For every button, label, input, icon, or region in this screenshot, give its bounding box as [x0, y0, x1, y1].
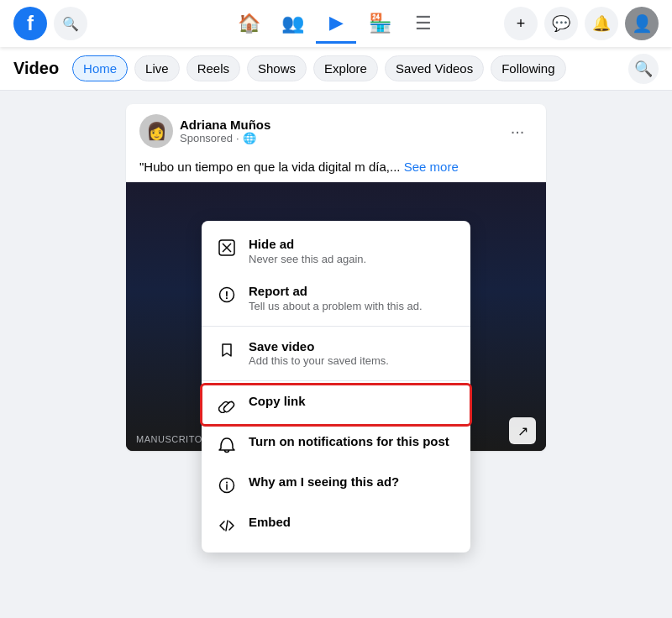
- menu-text-copy-link: Copy link: [249, 393, 457, 410]
- post-user-info: Adriana Muños Sponsored · 🌐: [180, 118, 496, 144]
- video-page-title: Video: [13, 59, 59, 78]
- menu-icon: ☰: [415, 13, 432, 34]
- profile-avatar[interactable]: 👤: [625, 7, 659, 40]
- copy-link-icon: [215, 393, 239, 416]
- menu-item-save-video[interactable]: Save video Add this to your saved items.: [202, 330, 470, 377]
- subnav-search-icon: 🔍: [634, 60, 653, 78]
- video-icon: ▶: [329, 12, 344, 34]
- top-navigation: f 🔍 🏠 👥 ▶ 🏪 ☰ + 💬 🔔: [0, 0, 672, 47]
- post-text: "Hubo un tiempo en que la vida digital m…: [126, 158, 546, 182]
- avatar-icon: 👤: [632, 13, 653, 34]
- search-icon: 🔍: [62, 16, 79, 32]
- post-user-name[interactable]: Adriana Muños: [180, 118, 496, 132]
- menu-item-report-ad[interactable]: ! Report ad Tell us about a problem with…: [202, 275, 470, 322]
- bell-icon: 🔔: [592, 14, 611, 33]
- tab-live[interactable]: Live: [134, 55, 180, 81]
- friends-icon: 👥: [281, 13, 304, 34]
- svg-line-10: [224, 402, 229, 407]
- main-content: 👩 Adriana Muños Sponsored · 🌐 ··· "Hubo …: [0, 91, 672, 464]
- menu-nav-button[interactable]: ☰: [403, 3, 444, 44]
- notification-icon: [215, 433, 239, 457]
- see-more-link[interactable]: See more: [404, 160, 459, 174]
- dropdown-menu: Hide ad Never see this ad again. ! Repor…: [202, 221, 470, 553]
- menu-item-hide-ad[interactable]: Hide ad Never see this ad again.: [202, 228, 470, 275]
- menu-item-embed[interactable]: Embed: [202, 505, 470, 546]
- tab-explore[interactable]: Explore: [313, 55, 378, 81]
- subnav-search-button[interactable]: 🔍: [628, 54, 659, 84]
- menu-item-notifications[interactable]: Turn on notifications for this post: [202, 425, 470, 465]
- messenger-icon: 💬: [552, 14, 570, 33]
- search-button[interactable]: 🔍: [54, 7, 87, 40]
- marketplace-icon: 🏪: [369, 13, 391, 34]
- svg-text:!: !: [225, 289, 228, 301]
- messenger-button[interactable]: 💬: [544, 7, 578, 40]
- menu-item-why-ad[interactable]: Why am I seeing this ad?: [202, 465, 470, 505]
- svg-point-12: [226, 482, 228, 484]
- menu-text-save-video: Save video Add this to your saved items.: [249, 338, 457, 369]
- create-button[interactable]: +: [504, 7, 538, 40]
- notifications-button[interactable]: 🔔: [585, 7, 618, 40]
- save-video-icon: [215, 338, 239, 362]
- svg-line-14: [226, 521, 228, 531]
- friends-nav-button[interactable]: 👥: [272, 3, 312, 44]
- menu-item-copy-link[interactable]: Copy link: [202, 385, 470, 425]
- nav-center: 🏠 👥 ▶ 🏪 ☰: [175, 3, 497, 44]
- menu-divider-2: [202, 380, 470, 381]
- globe-icon: 🌐: [243, 132, 256, 144]
- menu-text-report-ad: Report ad Tell us about a problem with t…: [249, 283, 457, 313]
- expand-video-button[interactable]: ↗: [509, 417, 536, 444]
- tab-following[interactable]: Following: [491, 55, 565, 81]
- home-nav-button[interactable]: 🏠: [228, 3, 269, 44]
- hide-ad-icon: [215, 236, 239, 259]
- marketplace-nav-button[interactable]: 🏪: [360, 3, 400, 44]
- menu-text-hide-ad: Hide ad Never see this ad again.: [249, 236, 457, 266]
- post-user-avatar[interactable]: 👩: [139, 114, 173, 148]
- tab-reels[interactable]: Reels: [186, 55, 240, 81]
- nav-left: f 🔍: [13, 7, 175, 40]
- tab-saved-videos[interactable]: Saved Videos: [385, 55, 484, 81]
- video-subnav: Video Home Live Reels Shows Explore Save…: [0, 47, 672, 91]
- report-ad-icon: !: [215, 283, 239, 306]
- embed-icon: [215, 514, 239, 537]
- home-icon: 🏠: [238, 13, 260, 34]
- post-user-meta: Sponsored · 🌐: [180, 132, 496, 144]
- tab-home[interactable]: Home: [72, 55, 128, 81]
- post-more-button[interactable]: ···: [502, 116, 533, 146]
- facebook-logo[interactable]: f: [13, 7, 47, 40]
- menu-text-embed: Embed: [249, 514, 457, 531]
- plus-icon: +: [517, 15, 526, 33]
- expand-icon: ↗: [517, 423, 528, 439]
- info-icon: [215, 474, 239, 497]
- video-nav-button[interactable]: ▶: [316, 3, 356, 44]
- menu-text-notifications: Turn on notifications for this post: [249, 433, 457, 450]
- nav-right: + 💬 🔔 👤: [497, 7, 659, 40]
- more-icon: ···: [511, 122, 525, 141]
- menu-divider-1: [202, 326, 470, 327]
- tab-shows[interactable]: Shows: [247, 55, 307, 81]
- post-header: 👩 Adriana Muños Sponsored · 🌐 ···: [126, 104, 546, 158]
- menu-text-why-ad: Why am I seeing this ad?: [249, 474, 457, 490]
